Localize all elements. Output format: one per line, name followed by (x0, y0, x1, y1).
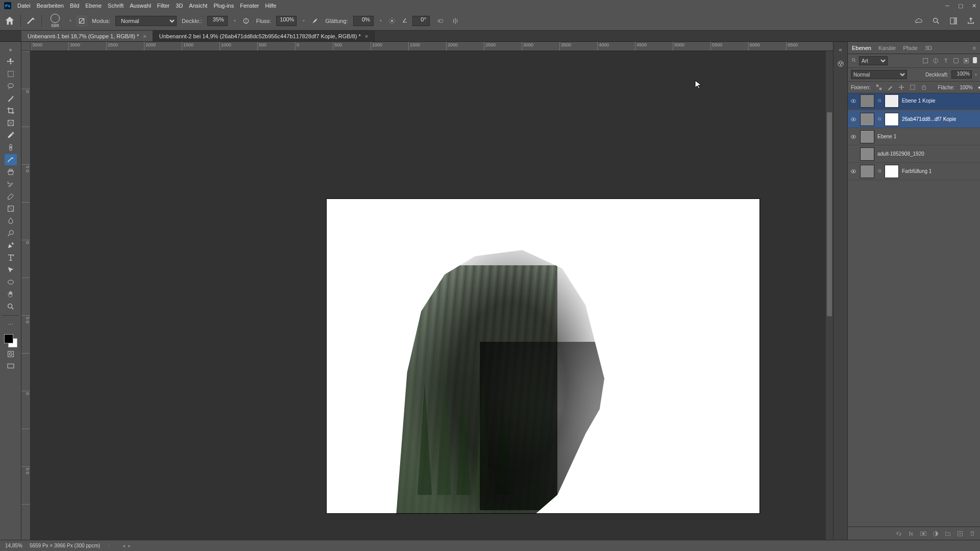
cloud-docs-icon[interactable] (914, 16, 924, 26)
layer-row[interactable]: adult-1852908_1920 (848, 145, 980, 163)
zoom-level[interactable]: 14,85% (5, 543, 22, 548)
pressure-size-icon[interactable] (435, 16, 445, 26)
tab-3d[interactable]: 3D (925, 45, 932, 51)
delete-layer-icon[interactable] (969, 530, 976, 537)
layer-thumbnail[interactable] (860, 165, 874, 178)
mask-link-icon[interactable]: ⧉ (877, 98, 881, 104)
crop-tool[interactable] (5, 105, 17, 116)
opacity-input[interactable]: 35% (207, 16, 228, 26)
color-swatch[interactable] (4, 334, 17, 347)
adjustment-layer-icon[interactable] (932, 530, 939, 537)
layer-name[interactable]: 26ab471dd8...df7 Kopie (902, 116, 978, 122)
document-tab[interactable]: Unbenannt-2 bei 14,9% (26ab471dd8dc52b95… (153, 31, 375, 41)
shape-tool[interactable] (5, 277, 17, 288)
layer-mask-thumbnail[interactable] (885, 113, 899, 126)
blend-mode-select[interactable]: Normal (115, 16, 177, 26)
filter-pixel-icon[interactable] (922, 57, 929, 64)
document-tab[interactable]: Unbenannt-1 bei 18,7% (Gruppe 1, RGB/8) … (21, 31, 153, 41)
visibility-toggle-icon[interactable] (850, 116, 857, 122)
ruler-origin[interactable] (21, 42, 31, 51)
panel-menu-icon[interactable]: ≡ (973, 45, 976, 51)
menu-file[interactable]: Datei (17, 3, 31, 9)
layer-mask-thumbnail[interactable] (885, 165, 899, 178)
layer-name[interactable]: Farbfüllung 1 (902, 168, 978, 174)
lock-artboard-icon[interactable] (909, 84, 916, 91)
mask-link-icon[interactable]: ⧉ (877, 168, 881, 174)
menu-edit[interactable]: Bearbeiten (37, 3, 64, 9)
layer-name[interactable]: Ebene 1 Kopie (902, 98, 978, 104)
new-layer-icon[interactable] (957, 530, 964, 537)
color-panel-icon[interactable] (836, 59, 845, 68)
flow-input[interactable]: 100% (276, 16, 297, 26)
brush-settings-icon[interactable] (77, 16, 87, 26)
brush-tool-icon[interactable] (26, 16, 36, 26)
quick-mask-icon[interactable] (5, 348, 17, 360)
foreground-color-swatch[interactable] (4, 334, 13, 343)
lock-pixels-icon[interactable] (887, 84, 894, 91)
screen-mode-icon[interactable] (5, 361, 17, 372)
lasso-tool[interactable] (5, 81, 17, 92)
workspace-icon[interactable] (948, 16, 959, 26)
layer-name[interactable]: Ebene 1 (877, 134, 978, 139)
menu-view[interactable]: Ansicht (189, 3, 207, 9)
healing-brush-tool[interactable] (5, 142, 17, 153)
menu-3d[interactable]: 3D (176, 3, 183, 9)
share-icon[interactable] (966, 16, 976, 26)
lock-position-icon[interactable] (898, 84, 905, 91)
filter-toggle-icon[interactable] (973, 57, 977, 63)
mask-link-icon[interactable]: ⧉ (877, 116, 881, 122)
filter-adjustment-icon[interactable] (932, 57, 939, 64)
document-canvas[interactable] (327, 199, 760, 513)
window-close-icon[interactable]: ✕ (968, 1, 980, 10)
ruler-vertical[interactable]: 05 005 005 00 (21, 51, 31, 540)
eyedropper-tool[interactable] (5, 130, 17, 141)
move-tool[interactable] (5, 56, 17, 67)
expand-panels-icon[interactable]: « (836, 45, 845, 54)
layer-fx-icon[interactable]: fx (908, 530, 915, 537)
menu-select[interactable]: Auswahl (130, 3, 151, 9)
close-icon[interactable]: × (365, 33, 368, 39)
close-icon[interactable]: × (143, 33, 146, 39)
filter-shape-icon[interactable] (952, 57, 960, 64)
gradient-tool[interactable] (5, 203, 17, 214)
layer-thumbnail[interactable] (860, 147, 874, 161)
filter-type-icon[interactable]: T (942, 57, 949, 64)
layer-thumbnail[interactable] (860, 113, 874, 126)
menu-window[interactable]: Fenster (240, 3, 259, 9)
airbrush-icon[interactable] (310, 16, 320, 26)
nav-prev-icon[interactable]: ◂ (122, 543, 125, 548)
tab-layers[interactable]: Ebenen (852, 45, 871, 51)
visibility-toggle-icon[interactable] (850, 168, 857, 174)
layer-blend-select[interactable]: Normal (851, 70, 907, 79)
layer-row[interactable]: ⧉Ebene 1 Kopie (848, 93, 980, 110)
edit-toolbar-icon[interactable]: ⋯ (5, 319, 17, 330)
scrollbar-vertical[interactable] (826, 51, 833, 540)
history-brush-tool[interactable] (5, 179, 17, 190)
magic-wand-tool[interactable] (5, 93, 17, 104)
path-select-tool[interactable] (5, 264, 17, 276)
eraser-tool[interactable] (5, 191, 17, 202)
layer-row[interactable]: Ebene 1 (848, 128, 980, 145)
blur-tool[interactable] (5, 215, 17, 227)
layer-mask-icon[interactable] (920, 530, 927, 537)
filter-smartobj-icon[interactable] (963, 57, 970, 64)
layer-opacity-input[interactable]: 100% (951, 70, 972, 79)
info-chevron-icon[interactable]: 〉 (107, 542, 112, 549)
menu-image[interactable]: Bild (70, 3, 79, 9)
zoom-tool[interactable] (5, 301, 17, 312)
pen-tool[interactable] (5, 240, 17, 251)
layer-row[interactable]: ⧉Farbfüllung 1 (848, 163, 980, 180)
menu-plugins[interactable]: Plug-ins (213, 3, 234, 9)
hand-tool[interactable] (5, 289, 17, 300)
document-info[interactable]: 5659 Px × 3966 Px (300 ppcm) (30, 543, 100, 548)
lock-transparency-icon[interactable] (875, 84, 883, 91)
layer-name[interactable]: adult-1852908_1920 (877, 151, 978, 157)
smoothing-input[interactable]: 0% (353, 16, 374, 26)
clone-stamp-tool[interactable] (5, 166, 17, 178)
link-layers-icon[interactable] (895, 530, 902, 537)
window-minimize-icon[interactable]: ─ (941, 1, 953, 10)
brush-tool[interactable] (5, 154, 17, 165)
menu-type[interactable]: Schrift (108, 3, 124, 9)
frame-tool[interactable] (5, 117, 17, 129)
fill-input[interactable]: 100% (960, 85, 973, 90)
